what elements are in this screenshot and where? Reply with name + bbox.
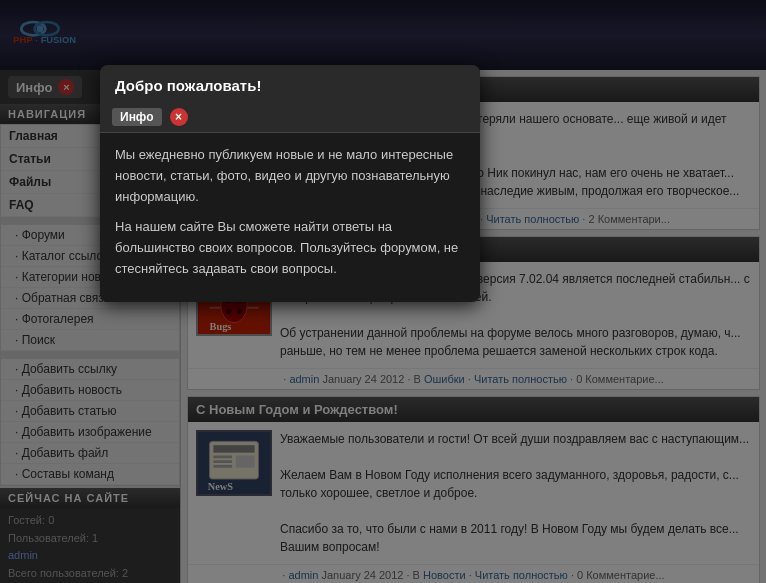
modal-info-badge: Инфо	[112, 108, 162, 126]
modal-paragraph-2: На нашем сайте Вы сможете найти ответы н…	[115, 217, 465, 279]
modal-close-button[interactable]: ×	[170, 108, 188, 126]
modal-header: Добро пожаловать!	[100, 65, 480, 102]
modal-body: Мы ежедневно публикуем новые и не мало и…	[100, 133, 480, 302]
modal-paragraph-1: Мы ежедневно публикуем новые и не мало и…	[115, 145, 465, 207]
modal-title: Добро пожаловать!	[115, 77, 261, 94]
modal-dialog: Добро пожаловать! Инфо × Мы ежедневно пу…	[100, 65, 480, 302]
